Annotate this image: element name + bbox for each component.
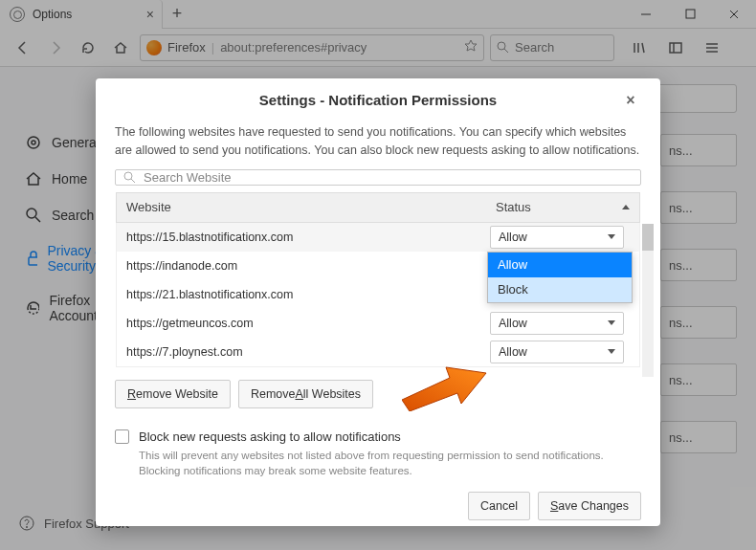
table-row[interactable]: https://getmeuncos.com Allow xyxy=(117,309,639,338)
close-dialog-button[interactable]: × xyxy=(620,90,641,111)
permissions-table: Website Status https://15.blastnotificat… xyxy=(115,191,641,368)
col-status[interactable]: Status xyxy=(486,200,639,214)
chevron-down-icon xyxy=(608,320,615,325)
dialog-description: The following websites have requested to… xyxy=(115,118,641,169)
status-dropdown[interactable]: Allow xyxy=(490,226,624,249)
notification-permissions-dialog: Settings - Notification Permissions × Th… xyxy=(96,78,660,526)
status-dropdown[interactable]: Allow xyxy=(490,341,624,363)
site-url: https://7.ploynest.com xyxy=(117,345,486,359)
table-actions: Remove Website Remove All Websites xyxy=(115,380,641,408)
dropdown-option-block[interactable]: Block xyxy=(488,277,632,302)
col-website[interactable]: Website xyxy=(117,200,486,214)
dropdown-option-allow[interactable]: Allow xyxy=(488,253,632,277)
site-url: https://indanode.com xyxy=(117,259,486,273)
table-row[interactable]: https://15.blastnotificationx.com Allow xyxy=(117,223,639,252)
sort-indicator-icon xyxy=(622,205,630,209)
block-new-requests-checkbox[interactable] xyxy=(115,429,129,444)
site-url: https://15.blastnotificationx.com xyxy=(117,231,486,244)
block-new-requests-row: Block new requests asking to allow notif… xyxy=(115,429,641,444)
save-changes-button[interactable]: Save Changes xyxy=(538,492,641,520)
dialog-title: Settings - Notification Permissions × xyxy=(115,78,641,118)
table-row[interactable]: https://7.ploynest.com Allow xyxy=(117,338,639,366)
search-placeholder: Search Website xyxy=(144,170,232,185)
scrollbar-thumb[interactable] xyxy=(642,224,654,251)
search-icon xyxy=(123,171,136,184)
svg-line-23 xyxy=(131,179,135,183)
cancel-button[interactable]: Cancel xyxy=(468,492,530,520)
table-scrollbar[interactable] xyxy=(642,224,654,377)
svg-point-22 xyxy=(124,172,132,180)
block-new-requests-help: This will prevent any websites not liste… xyxy=(139,448,636,478)
remove-all-websites-button[interactable]: Remove All Websites xyxy=(238,380,373,408)
chevron-down-icon xyxy=(608,349,615,354)
dialog-footer: Cancel Save Changes xyxy=(115,478,641,534)
site-url: https://getmeuncos.com xyxy=(117,317,486,330)
status-dropdown-menu: Allow Block xyxy=(487,252,633,303)
chevron-down-icon xyxy=(608,234,615,239)
block-new-requests-label: Block new requests asking to allow notif… xyxy=(139,429,401,444)
site-url: https://21.blastnotificationx.com xyxy=(117,288,486,301)
table-header: Website Status xyxy=(116,192,640,223)
status-dropdown[interactable]: Allow xyxy=(490,312,624,335)
search-website-input[interactable]: Search Website xyxy=(115,169,641,186)
remove-website-button[interactable]: Remove Website xyxy=(115,380,231,408)
